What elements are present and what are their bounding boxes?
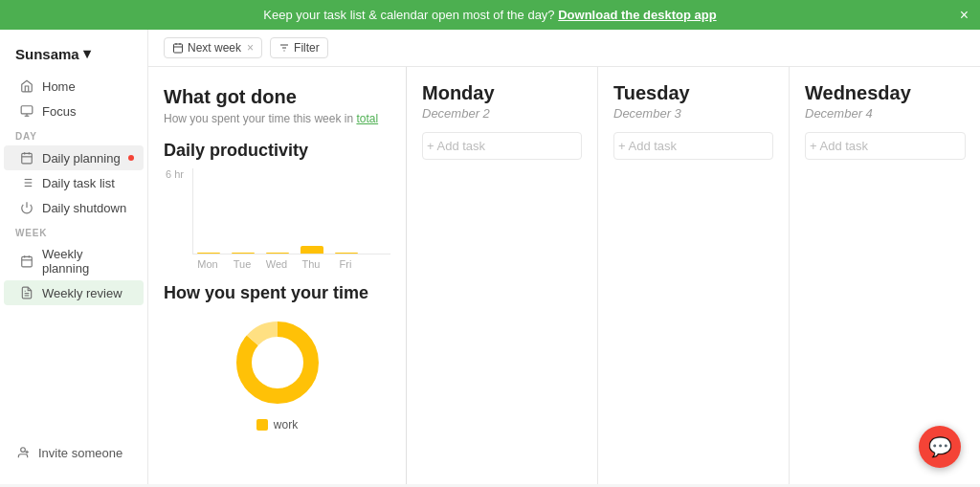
sidebar-item-weekly-planning-label: Weekly planning	[42, 247, 128, 276]
chart-y-label: 6 hr	[166, 168, 184, 180]
bar-tue	[232, 253, 255, 254]
task-list-icon	[19, 175, 34, 190]
add-task-monday[interactable]: + Add task	[422, 132, 582, 160]
sidebar-item-focus-label: Focus	[42, 104, 76, 119]
day-section-label: DAY	[0, 123, 147, 145]
brand-logo[interactable]: Sunsama ▾	[0, 41, 147, 74]
sidebar-item-daily-task-list-label: Daily task list	[42, 176, 115, 190]
sidebar-item-home[interactable]: Home	[4, 74, 144, 99]
week-section-label: WEEK	[0, 220, 147, 242]
bar-thu	[301, 246, 323, 254]
bar-fri	[335, 253, 358, 254]
productivity-chart-area: Daily productivity 6 hr Mon Tue	[164, 141, 390, 264]
svg-rect-0	[21, 106, 33, 114]
next-week-close[interactable]: ×	[247, 41, 254, 55]
weekly-review-panel: What got done How you spent your time th…	[148, 67, 407, 484]
brand-name: Sunsama	[15, 46, 79, 62]
donut-legend: work	[256, 418, 298, 432]
sidebar: Sunsama ▾ Home Focus DAY Daily planning	[0, 30, 148, 484]
tuesday-name: Tuesday	[613, 82, 773, 104]
add-task-wednesday[interactable]: + Add task	[805, 132, 966, 160]
label-fri: Fri	[334, 258, 357, 270]
donut-title: How you spent your time	[164, 283, 390, 303]
banner-close-button[interactable]: ×	[960, 7, 969, 24]
chat-icon: 💬	[928, 435, 952, 458]
total-link[interactable]: total	[356, 112, 378, 125]
sidebar-item-daily-shutdown[interactable]: Daily shutdown	[4, 195, 144, 220]
next-week-chip[interactable]: Next week ×	[164, 37, 262, 58]
sidebar-item-daily-shutdown-label: Daily shutdown	[42, 201, 126, 215]
label-tue: Tue	[231, 258, 254, 270]
legend-work-dot	[256, 419, 268, 431]
sidebar-item-weekly-review-label: Weekly review	[42, 286, 122, 300]
shutdown-icon	[19, 200, 34, 215]
daily-planning-icon	[19, 150, 34, 166]
monday-name: Monday	[422, 82, 582, 104]
monday-date: December 2	[422, 106, 582, 121]
wednesday-date: December 4	[805, 106, 966, 121]
chart-bars	[192, 168, 390, 255]
toolbar: Next week × Filter	[148, 30, 980, 67]
home-icon	[19, 78, 34, 94]
main-content: Next week × Filter What got done How you…	[148, 30, 980, 484]
day-col-tuesday: Tuesday December 3 + Add task	[598, 67, 790, 484]
day-col-wednesday: Wednesday December 4 + Add task	[790, 67, 980, 484]
legend-work-label: work	[274, 418, 298, 432]
filter-chip[interactable]: Filter	[270, 37, 328, 58]
person-add-icon	[15, 445, 31, 460]
banner-message: Keep your task list & calendar open most…	[263, 8, 554, 22]
brand-chevron: ▾	[83, 45, 91, 62]
sidebar-item-weekly-planning[interactable]: Weekly planning	[4, 242, 144, 280]
focus-icon	[19, 103, 34, 119]
banner-cta[interactable]: Download the desktop app	[558, 8, 716, 22]
label-thu: Thu	[300, 258, 323, 270]
bar-wed	[266, 253, 289, 254]
svg-point-20	[21, 448, 26, 453]
weekly-planning-icon	[19, 254, 34, 269]
invite-someone-label: Invite someone	[38, 446, 122, 460]
bar-mon	[197, 253, 220, 254]
label-mon: Mon	[196, 258, 219, 270]
wednesday-name: Wednesday	[805, 82, 966, 104]
day-columns: Monday December 2 + Add task Tuesday Dec…	[407, 67, 980, 484]
weekly-review-icon	[19, 285, 34, 300]
invite-someone-button[interactable]: Invite someone	[15, 440, 132, 465]
productivity-title: Daily productivity	[164, 141, 390, 161]
donut-chart	[230, 315, 325, 410]
notification-dot	[128, 155, 134, 161]
panel-subtitle: How you spent your time this week in tot…	[164, 112, 390, 125]
bar-chart: 6 hr Mon Tue Wed Thu	[192, 168, 390, 264]
sidebar-item-weekly-review[interactable]: Weekly review	[4, 280, 144, 305]
chart-x-labels: Mon Tue Wed Thu Fri	[192, 255, 390, 270]
donut-wrapper: work	[164, 315, 390, 432]
panel-title: What got done	[164, 86, 390, 108]
label-wed: Wed	[265, 258, 288, 270]
day-col-monday: Monday December 2 + Add task	[407, 67, 598, 484]
sidebar-bottom: Invite someone	[0, 432, 147, 473]
tuesday-date: December 3	[613, 106, 773, 121]
svg-rect-3	[22, 153, 33, 164]
sidebar-item-daily-planning[interactable]: Daily planning	[4, 145, 144, 170]
content-area: What got done How you spent your time th…	[148, 67, 980, 484]
chat-fab[interactable]: 💬	[919, 426, 961, 468]
svg-rect-14	[22, 256, 33, 267]
sidebar-item-daily-planning-label: Daily planning	[42, 151, 121, 166]
sidebar-item-focus[interactable]: Focus	[4, 99, 144, 123]
filter-label: Filter	[294, 41, 320, 55]
next-week-label: Next week	[188, 41, 241, 55]
donut-section: How you spent your time work	[164, 283, 390, 432]
sidebar-item-home-label: Home	[42, 79, 76, 94]
svg-rect-23	[174, 44, 183, 53]
add-task-tuesday[interactable]: + Add task	[613, 132, 773, 160]
notification-banner: Keep your task list & calendar open most…	[0, 0, 980, 30]
sidebar-item-daily-task-list[interactable]: Daily task list	[4, 170, 144, 195]
